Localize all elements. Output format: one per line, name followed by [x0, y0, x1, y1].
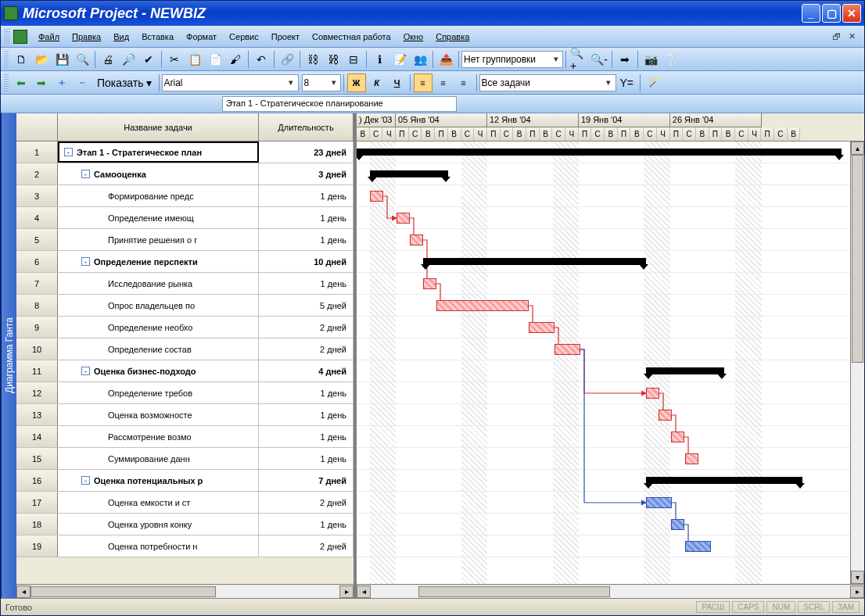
- align-right-button[interactable]: ≡: [454, 73, 473, 92]
- table-row[interactable]: 13Оценка возможносте1 день: [16, 404, 354, 426]
- day-header[interactable]: С: [409, 127, 422, 141]
- row-number[interactable]: 11: [16, 360, 58, 381]
- menu-view[interactable]: Вид: [107, 29, 135, 45]
- task-duration-cell[interactable]: 7 дней: [259, 470, 354, 491]
- day-header[interactable]: Ч: [382, 127, 396, 141]
- day-header[interactable]: В: [722, 127, 735, 141]
- row-number[interactable]: 3: [16, 185, 58, 206]
- task-duration-cell[interactable]: 1 день: [259, 229, 354, 250]
- cut-icon[interactable]: ✂: [165, 50, 184, 69]
- row-number[interactable]: 17: [16, 492, 58, 513]
- task-bar[interactable]: [671, 432, 684, 442]
- task-duration-cell[interactable]: 2 дней: [259, 492, 354, 513]
- table-row[interactable]: 6-Определение перспекти10 дней: [16, 251, 354, 273]
- task-name-cell[interactable]: Определение состав: [58, 338, 259, 360]
- task-name-cell[interactable]: Исследование рынка: [58, 273, 259, 294]
- dropdown-icon[interactable]: ▾: [286, 77, 296, 88]
- day-header[interactable]: С: [552, 127, 565, 141]
- menu-format[interactable]: Формат: [180, 29, 223, 45]
- left-hscrollbar[interactable]: ◂ ▸: [16, 584, 354, 598]
- undo-icon[interactable]: ↶: [252, 50, 271, 69]
- task-name-cell[interactable]: Определение требов: [58, 382, 259, 403]
- summary-bar[interactable]: [423, 258, 646, 265]
- task-notes-icon[interactable]: 📝: [390, 50, 409, 69]
- maximize-button[interactable]: ▢: [822, 4, 841, 23]
- task-bar[interactable]: [397, 213, 410, 224]
- task-duration-cell[interactable]: 5 дней: [259, 295, 354, 316]
- hyperlink-icon[interactable]: 🔗: [278, 50, 296, 69]
- task-duration-cell[interactable]: 1 день: [259, 382, 354, 403]
- save-icon[interactable]: 💾: [52, 50, 71, 69]
- underline-button[interactable]: Ч: [388, 73, 407, 92]
- task-name-cell[interactable]: Оценка потребности н: [58, 535, 259, 557]
- day-header[interactable]: С: [501, 127, 514, 141]
- task-duration-cell[interactable]: 2 дней: [259, 338, 354, 360]
- outline-toggle-icon[interactable]: -: [81, 367, 90, 375]
- task-duration-cell[interactable]: 23 дней: [259, 141, 354, 163]
- row-number[interactable]: 10: [16, 338, 58, 360]
- table-row[interactable]: 19Оценка потребности н2 дней: [16, 535, 354, 557]
- task-bar[interactable]: [370, 191, 383, 202]
- task-name-cell[interactable]: Суммирование данн: [58, 448, 259, 469]
- table-row[interactable]: 15Суммирование данн1 день: [16, 448, 354, 470]
- task-duration-cell[interactable]: 1 день: [259, 207, 354, 228]
- day-header[interactable]: С: [774, 127, 788, 141]
- scroll-left-button[interactable]: ◂: [357, 586, 371, 598]
- week-header[interactable]: 05 Янв '04: [396, 113, 487, 127]
- row-number[interactable]: 4: [16, 207, 58, 228]
- task-name-cell[interactable]: Определение необхо: [58, 317, 259, 338]
- filter-combo[interactable]: ▾: [479, 74, 616, 91]
- table-row[interactable]: 2-Самооценка3 дней: [16, 163, 354, 185]
- vscrollbar[interactable]: ▴ ▾: [850, 141, 864, 584]
- task-bar[interactable]: [436, 300, 529, 311]
- task-duration-cell[interactable]: 4 дней: [259, 360, 354, 381]
- row-number[interactable]: 8: [16, 295, 58, 316]
- task-bar[interactable]: [659, 410, 672, 421]
- day-header[interactable]: Ч: [657, 127, 670, 141]
- day-header[interactable]: С: [461, 127, 475, 141]
- menu-insert[interactable]: Вставка: [135, 29, 180, 45]
- open-icon[interactable]: 📂: [32, 50, 51, 69]
- task-bar[interactable]: [685, 541, 711, 552]
- unlink-tasks-icon[interactable]: ⛓̸: [324, 50, 343, 69]
- dropdown-icon[interactable]: ▾: [330, 77, 339, 88]
- table-row[interactable]: 16-Оценка потенциальных р7 дней: [16, 470, 354, 492]
- gantt-row[interactable]: [357, 207, 864, 229]
- day-header[interactable]: П: [761, 127, 774, 141]
- task-duration-cell[interactable]: 1 день: [259, 448, 354, 469]
- week-header[interactable]: 12 Янв '04: [487, 113, 579, 127]
- task-bar[interactable]: [410, 235, 423, 245]
- menu-edit[interactable]: Правка: [66, 29, 107, 45]
- print-icon[interactable]: 🖨: [99, 50, 117, 69]
- task-name-cell[interactable]: Оценка емкости и ст: [58, 492, 259, 513]
- task-name-cell[interactable]: Принятие решения о г: [58, 229, 259, 250]
- font-input[interactable]: [164, 77, 286, 88]
- task-bar[interactable]: [529, 322, 555, 333]
- gantt-row[interactable]: [357, 426, 864, 448]
- menu-tools[interactable]: Сервис: [223, 29, 265, 45]
- row-number[interactable]: 7: [16, 273, 58, 294]
- spellcheck-icon[interactable]: ✔: [139, 50, 158, 69]
- day-header[interactable]: П: [396, 127, 409, 141]
- day-header[interactable]: П: [487, 127, 501, 141]
- gantt-row[interactable]: [357, 163, 864, 185]
- row-number[interactable]: 18: [16, 514, 58, 535]
- task-duration-cell[interactable]: 1 день: [259, 185, 354, 206]
- table-row[interactable]: 8Опрос владельцев по5 дней: [16, 295, 354, 317]
- menu-help[interactable]: Справка: [429, 29, 476, 45]
- toolbar-grip[interactable]: [4, 29, 10, 45]
- autofilter-icon[interactable]: Y=: [617, 73, 637, 92]
- task-duration-cell[interactable]: 10 дней: [259, 251, 354, 272]
- row-number[interactable]: 5: [16, 229, 58, 250]
- link-tasks-icon[interactable]: ⛓: [303, 50, 322, 69]
- day-header[interactable]: С: [683, 127, 696, 141]
- close-button[interactable]: ✕: [842, 4, 861, 23]
- gantt-row[interactable]: [357, 470, 864, 492]
- gantt-row[interactable]: [357, 273, 864, 295]
- gantt-row[interactable]: [357, 382, 864, 404]
- table-row[interactable]: 1-Этап 1 - Стратегическое план23 дней: [16, 141, 354, 163]
- task-name-cell[interactable]: -Оценка потенциальных р: [58, 470, 259, 491]
- row-number[interactable]: 14: [16, 426, 58, 447]
- scroll-right-button[interactable]: ▸: [850, 586, 864, 598]
- task-name-cell[interactable]: -Этап 1 - Стратегическое план: [58, 141, 259, 163]
